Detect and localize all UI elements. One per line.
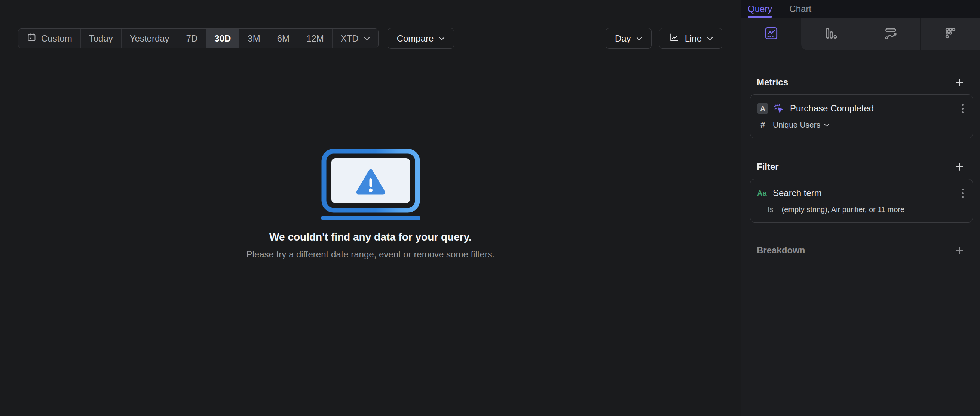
kebab-menu-icon[interactable] [959,102,966,116]
aggregation-label: Unique Users [773,120,820,129]
metric-row-event: A Purchase Completed [757,100,966,116]
add-breakdown-button[interactable] [953,244,966,256]
tab-chart-label: Chart [789,4,811,14]
insights-chart-icon [764,26,779,42]
calendar-icon [27,32,37,45]
plus-icon [955,163,964,171]
chevron-down-icon [636,37,642,40]
filter-operator[interactable]: Is [768,206,773,214]
chevron-down-icon [439,37,445,40]
date-range-label: 6M [277,33,290,44]
tab-query-label: Query [748,4,772,14]
chevron-down-icon [824,123,829,127]
granularity-dropdown[interactable]: Day [606,28,652,49]
flows-icon [883,26,898,42]
tab-chart[interactable]: Chart [789,0,811,18]
tab-flows[interactable] [861,18,921,50]
breakdown-heading: Breakdown [757,245,805,255]
breakdown-section-header: Breakdown [750,244,973,256]
retention-dots-icon [943,26,958,42]
tab-insights[interactable] [741,18,801,50]
add-metric-button[interactable] [953,77,966,88]
tab-query[interactable]: Query [748,0,772,18]
tab-funnels[interactable] [801,18,861,50]
date-range-30d[interactable]: 30D [206,29,239,48]
aggregation-type-icon: # [757,120,768,130]
metric-card[interactable]: A Purchase Completed [750,94,973,139]
compare-button[interactable]: Compare [388,28,455,49]
compare-label: Compare [397,33,434,44]
report-toolbar: Custom Today Yesterday 7D 30D 3M [0,0,741,49]
kebab-menu-icon[interactable] [959,186,966,200]
aggregation-dropdown[interactable]: Unique Users [773,120,829,129]
empty-state-title: We couldn't find any data for your query… [269,231,472,243]
filter-card[interactable]: Aa Search term Is (empty string), Air pu… [750,179,973,223]
query-builder-content: Metrics A [741,50,980,256]
plus-icon [955,78,964,87]
empty-state-subtitle: Please try a different date range, event… [247,249,495,260]
chart-type-dropdown[interactable]: Line [659,28,722,49]
click-event-icon [773,102,785,115]
date-range-7d[interactable]: 7D [178,29,206,48]
chart-display-controls: Day Line [606,28,722,49]
date-range-12m[interactable]: 12M [298,29,332,48]
date-range-label: XTD [341,33,359,44]
filter-row-values: Is (empty string), Air purifier, or 11 m… [757,206,966,214]
date-range-label: Today [89,33,113,44]
empty-state: We couldn't find any data for your query… [0,148,741,260]
date-range-label: 30D [214,33,231,44]
date-range-label: Custom [41,33,72,44]
chevron-down-icon [364,37,370,40]
granularity-label: Day [615,33,631,44]
date-range-label: 3M [248,33,260,44]
date-range-today[interactable]: Today [80,29,121,48]
filter-row-property: Aa Search term [757,185,966,201]
metrics-section-header: Metrics [750,77,973,88]
chart-type-label: Line [685,33,702,44]
date-range-xtd[interactable]: XTD [332,29,378,48]
line-chart-icon [668,32,679,45]
date-range-custom[interactable]: Custom [18,29,80,48]
date-range-label: 12M [306,33,324,44]
funnel-bars-icon [824,26,838,42]
date-range-controls: Custom Today Yesterday 7D 30D 3M [18,28,454,49]
date-range-3m[interactable]: 3M [239,29,268,48]
filter-values[interactable]: (empty string), Air purifier, or 11 more [782,206,905,214]
metrics-heading: Metrics [757,77,788,88]
plus-icon [955,246,964,255]
metric-letter-badge: A [757,103,768,114]
date-range-yesterday[interactable]: Yesterday [121,29,178,48]
report-type-tabs [741,18,980,50]
date-range-label: Yesterday [130,33,169,44]
add-filter-button[interactable] [953,161,966,173]
chevron-down-icon [707,37,713,40]
filter-heading: Filter [757,162,779,172]
report-type-inactive-tabs [801,18,980,50]
date-range-label: 7D [186,33,198,44]
filter-section-header: Filter [750,161,973,173]
tab-retention[interactable] [921,18,980,50]
sidebar-tabbar: Query Chart [741,0,980,18]
date-range-segmented-control: Custom Today Yesterday 7D 30D 3M [18,29,379,48]
warning-laptop-illustration [321,148,420,222]
text-property-icon: Aa [757,189,770,198]
main-report-area: Custom Today Yesterday 7D 30D 3M [0,0,741,416]
metric-event-name[interactable]: Purchase Completed [790,103,874,114]
query-builder-sidebar: Query Chart [741,0,980,416]
filter-property-name[interactable]: Search term [773,188,822,198]
date-range-6m[interactable]: 6M [269,29,298,48]
metric-row-aggregation: # Unique Users [757,120,966,130]
